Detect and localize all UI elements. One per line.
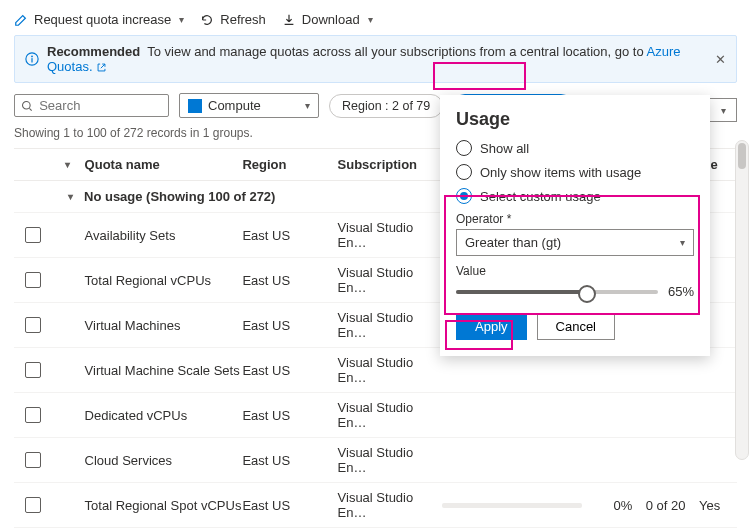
region-cell: East US [242,318,337,333]
subscription-cell: Visual Studio En… [338,220,443,250]
value-percent: 65% [668,284,694,299]
region-cell: East US [242,363,337,378]
row-checkbox[interactable] [25,227,41,243]
region-cell: East US [242,498,337,513]
region-cell: East US [242,228,337,243]
row-checkbox[interactable] [25,272,41,288]
radio-icon [456,140,472,156]
chevron-down-icon: ▾ [179,14,184,25]
column-options-dropdown[interactable]: ▾ [707,98,737,122]
region-filter-pill[interactable]: Region : 2 of 79 [329,94,443,118]
usage-bar [442,503,582,508]
header-subscription[interactable]: Subscription [338,157,443,172]
radio-icon [456,164,472,180]
search-field[interactable] [39,98,162,113]
subscription-cell: Visual Studio En… [338,265,443,295]
radio-show-all[interactable]: Show all [456,140,694,156]
row-checkbox[interactable] [25,362,41,378]
row-checkbox[interactable] [25,497,41,513]
chevron-down-icon: ▾ [721,105,726,116]
subscription-cell: Visual Studio En… [338,400,443,430]
compute-icon [188,99,202,113]
subscription-cell: Visual Studio En… [338,445,443,475]
header-quota-name[interactable]: Quota name [81,157,243,172]
quota-name-cell: Dedicated vCPUs [81,408,243,423]
table-row[interactable]: Total Regional Spot vCPUsEast USVisual S… [14,483,737,528]
quota-name-cell: Total Regional vCPUs [81,273,243,288]
subscription-cell: Visual Studio En… [338,310,443,340]
apply-button[interactable]: Apply [456,313,527,340]
refresh-icon [200,13,214,27]
svg-point-3 [23,101,31,109]
external-link-icon [96,62,107,73]
value-label: Value [456,264,694,278]
close-icon[interactable]: ✕ [715,52,726,67]
vertical-scrollbar[interactable] [735,140,749,460]
search-input[interactable] [14,94,169,117]
region-cell: East US [242,273,337,288]
chevron-down-icon[interactable]: ▾ [65,159,70,170]
quota-name-cell: Virtual Machines [81,318,243,333]
request-quota-label: Request quota increase [34,12,171,27]
banner-text: Recommended To view and manage quotas ac… [47,44,707,74]
region-cell: East US [242,408,337,423]
radio-with-usage[interactable]: Only show items with usage [456,164,694,180]
row-checkbox[interactable] [25,317,41,333]
refresh-label: Refresh [220,12,266,27]
search-icon [21,99,33,113]
usage-pct: 0% [585,498,633,513]
subscription-cell: Visual Studio En… [338,355,443,385]
chevron-down-icon: ▾ [368,14,373,25]
subscription-cell: Visual Studio En… [338,490,443,520]
usage-filter-flyout: Usage Show all Only show items with usag… [440,95,710,356]
table-row[interactable]: Dedicated vCPUsEast USVisual Studio En… [14,393,737,438]
adjustable-cell: Yes [699,498,737,513]
svg-rect-2 [31,58,32,62]
download-label: Download [302,12,360,27]
quota-name-cell: Virtual Machine Scale Sets [81,363,243,378]
quota-name-cell: Availability Sets [81,228,243,243]
request-quota-button[interactable]: Request quota increase ▾ [14,12,184,27]
edit-icon [14,13,28,27]
chevron-down-icon: ▾ [680,237,685,248]
refresh-button[interactable]: Refresh [200,12,266,27]
cancel-button[interactable]: Cancel [537,313,615,340]
operator-select[interactable]: Greater than (gt)▾ [456,229,694,256]
recommendation-banner: Recommended To view and manage quotas ac… [14,35,737,83]
command-bar: Request quota increase ▾ Refresh Downloa… [14,8,737,35]
table-row[interactable]: Cloud ServicesEast USVisual Studio En… [14,438,737,483]
header-region[interactable]: Region [242,157,337,172]
download-icon [282,13,296,27]
info-icon [25,52,39,66]
quota-name-cell: Total Regional Spot vCPUs [81,498,243,513]
radio-icon [456,188,472,204]
usage-qty: 0 of 20 [632,498,699,513]
flyout-title: Usage [456,109,694,130]
group-label: No usage (Showing 100 of 272) [84,189,275,204]
provider-label: Compute [208,98,261,113]
operator-label: Operator * [456,212,694,226]
chevron-down-icon: ▾ [68,191,73,202]
region-cell: East US [242,453,337,468]
chevron-down-icon: ▾ [305,100,310,111]
radio-custom-usage[interactable]: Select custom usage [456,188,694,204]
row-checkbox[interactable] [25,452,41,468]
value-slider[interactable] [456,290,658,294]
provider-dropdown[interactable]: Compute ▾ [179,93,319,118]
row-checkbox[interactable] [25,407,41,423]
svg-point-1 [31,56,33,58]
quota-name-cell: Cloud Services [81,453,243,468]
download-button[interactable]: Download ▾ [282,12,373,27]
